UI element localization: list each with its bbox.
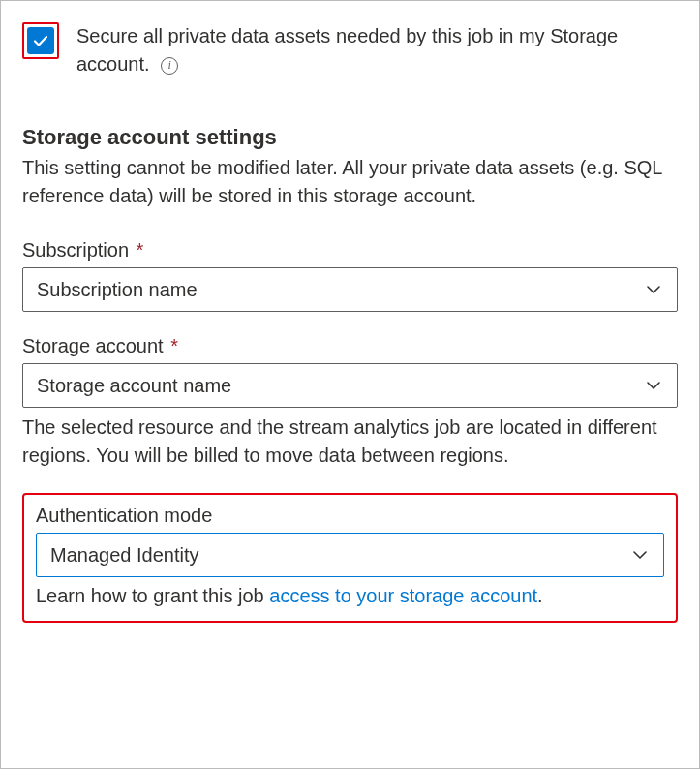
checkbox-highlight <box>22 22 59 59</box>
storage-account-label: Storage account * <box>22 335 678 357</box>
authentication-highlight: Authentication mode Managed Identity Lea… <box>22 493 678 623</box>
section-heading: Storage account settings <box>22 125 678 150</box>
learn-suffix: . <box>537 585 543 606</box>
storage-account-value: Storage account name <box>37 375 231 397</box>
settings-panel: Secure all private data assets needed by… <box>0 0 700 769</box>
learn-prefix: Learn how to grant this job <box>36 585 269 606</box>
secure-assets-checkbox[interactable] <box>27 27 54 54</box>
checkmark-icon <box>32 32 49 49</box>
chevron-down-icon <box>644 376 663 395</box>
storage-account-helper: The selected resource and the stream ana… <box>22 414 678 470</box>
learn-more-line: Learn how to grant this job access to yo… <box>36 585 664 607</box>
section-description: This setting cannot be modified later. A… <box>22 154 678 210</box>
subscription-label: Subscription * <box>22 239 678 261</box>
secure-assets-label: Secure all private data assets needed by… <box>76 22 678 78</box>
required-indicator: * <box>131 239 143 261</box>
secure-assets-row: Secure all private data assets needed by… <box>22 22 678 78</box>
secure-assets-text: Secure all private data assets needed by… <box>76 25 618 75</box>
chevron-down-icon <box>630 545 650 565</box>
subscription-value: Subscription name <box>37 279 198 301</box>
required-indicator: * <box>166 335 178 356</box>
authentication-mode-label: Authentication mode <box>36 505 664 527</box>
storage-account-select[interactable]: Storage account name <box>22 363 678 408</box>
storage-account-label-text: Storage account <box>22 335 164 356</box>
info-icon[interactable]: i <box>161 57 178 75</box>
authentication-mode-select[interactable]: Managed Identity <box>36 533 664 577</box>
learn-more-link[interactable]: access to your storage account <box>269 585 537 606</box>
subscription-select[interactable]: Subscription name <box>22 267 678 312</box>
authentication-mode-value: Managed Identity <box>50 544 198 567</box>
chevron-down-icon <box>644 280 663 299</box>
storage-account-field: Storage account * Storage account name T… <box>22 335 678 470</box>
subscription-field: Subscription * Subscription name <box>22 239 678 312</box>
subscription-label-text: Subscription <box>22 239 129 261</box>
